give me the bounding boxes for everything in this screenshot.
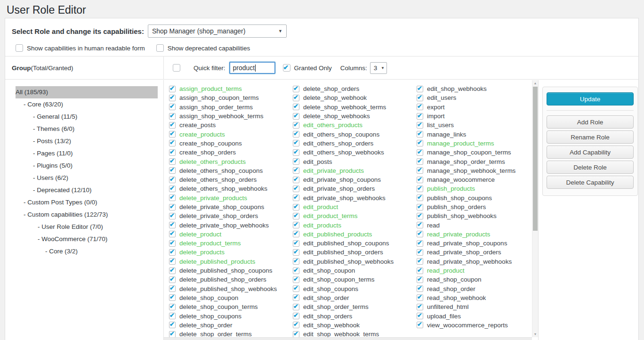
scroll-up-icon[interactable]: ▲ <box>532 81 538 85</box>
tree-item[interactable]: - Custom capabilities (122/73) <box>24 209 158 221</box>
capability-checkbox[interactable]: ✔ <box>169 104 176 110</box>
capability-checkbox[interactable]: ✔ <box>417 304 423 310</box>
role-select[interactable]: Shop Manager (shop_manager) ▼ <box>148 24 287 38</box>
capability-checkbox[interactable]: ✔ <box>169 95 176 101</box>
tree-item[interactable]: - Core (3/2) <box>45 245 158 258</box>
capability-checkbox[interactable]: ✔ <box>169 149 176 156</box>
deprecated-checkbox[interactable]: ✔ <box>156 44 164 52</box>
capability-checkbox[interactable]: ✔ <box>169 140 176 146</box>
capability-checkbox[interactable]: ✔ <box>417 294 423 301</box>
capability-checkbox[interactable]: ✔ <box>169 322 176 328</box>
delete-role-button[interactable]: Delete Role <box>547 161 634 174</box>
capability-checkbox[interactable]: ✔ <box>169 86 176 92</box>
select-all-checkbox[interactable]: ✔ <box>173 64 180 72</box>
scrollbar-thumb[interactable] <box>533 87 538 231</box>
delete-capability-button[interactable]: Delete Capability <box>547 176 634 189</box>
capability-checkbox[interactable]: ✔ <box>293 186 299 192</box>
capability-checkbox[interactable]: ✔ <box>293 104 299 110</box>
capability-checkbox[interactable]: ✔ <box>169 304 176 310</box>
capability-checkbox[interactable]: ✔ <box>417 313 423 319</box>
capability-checkbox[interactable]: ✔ <box>169 167 176 174</box>
vertical-scrollbar[interactable]: ▲ ▼ <box>532 80 538 337</box>
capability-checkbox[interactable]: ✔ <box>417 122 423 129</box>
capability-checkbox[interactable]: ✔ <box>417 249 423 256</box>
capability-checkbox[interactable]: ✔ <box>417 186 423 192</box>
tree-item[interactable]: - User Role Editor (7/0) <box>38 221 158 233</box>
capability-checkbox[interactable]: ✔ <box>417 177 423 183</box>
capability-checkbox[interactable]: ✔ <box>169 113 176 120</box>
capability-checkbox[interactable]: ✔ <box>417 322 423 328</box>
granted-only-checkbox[interactable]: ✔ <box>283 64 290 72</box>
capability-checkbox[interactable]: ✔ <box>169 122 176 129</box>
capability-checkbox[interactable]: ✔ <box>169 194 176 201</box>
capability-checkbox[interactable]: ✔ <box>293 95 299 101</box>
capability-checkbox[interactable]: ✔ <box>293 167 299 174</box>
capability-checkbox[interactable]: ✔ <box>293 140 299 146</box>
tree-item[interactable]: - Posts (13/2) <box>33 135 158 147</box>
human-readable-checkbox[interactable]: ✔ <box>16 44 23 52</box>
tree-item[interactable]: All (185/93) <box>16 86 158 98</box>
capability-checkbox[interactable]: ✔ <box>417 113 423 120</box>
columns-select[interactable]: 3 ▼ <box>370 62 387 74</box>
capability-checkbox[interactable]: ✔ <box>417 204 423 210</box>
capability-checkbox[interactable]: ✔ <box>293 231 299 237</box>
capability-checkbox[interactable]: ✔ <box>293 313 299 319</box>
capability-checkbox[interactable]: ✔ <box>417 258 423 265</box>
capability-checkbox[interactable]: ✔ <box>169 240 176 247</box>
quick-filter-input[interactable]: product <box>229 62 275 74</box>
capability-checkbox[interactable]: ✔ <box>417 167 423 174</box>
capability-checkbox[interactable]: ✔ <box>169 331 176 338</box>
tree-item[interactable]: - General (11/5) <box>33 111 158 123</box>
capability-checkbox[interactable]: ✔ <box>169 177 176 183</box>
capability-checkbox[interactable]: ✔ <box>293 86 299 92</box>
capability-checkbox[interactable]: ✔ <box>293 122 299 129</box>
capability-checkbox[interactable]: ✔ <box>293 113 299 120</box>
capability-checkbox[interactable]: ✔ <box>293 249 299 256</box>
capability-checkbox[interactable]: ✔ <box>169 313 176 319</box>
capability-checkbox[interactable]: ✔ <box>293 131 299 138</box>
capability-checkbox[interactable]: ✔ <box>293 285 299 292</box>
capability-checkbox[interactable]: ✔ <box>169 267 176 274</box>
update-button[interactable]: Update <box>547 92 634 105</box>
rename-role-button[interactable]: Rename Role <box>547 130 634 144</box>
capability-checkbox[interactable]: ✔ <box>293 322 299 328</box>
capability-checkbox[interactable]: ✔ <box>293 213 299 219</box>
capability-checkbox[interactable]: ✔ <box>169 204 176 210</box>
capability-checkbox[interactable]: ✔ <box>293 240 299 247</box>
capability-checkbox[interactable]: ✔ <box>293 158 299 165</box>
capability-checkbox[interactable]: ✔ <box>417 104 423 110</box>
capability-checkbox[interactable]: ✔ <box>417 131 423 138</box>
capability-checkbox[interactable]: ✔ <box>417 194 423 201</box>
tree-item[interactable]: - Pages (11/0) <box>33 147 158 160</box>
capability-checkbox[interactable]: ✔ <box>417 158 423 165</box>
capability-checkbox[interactable]: ✔ <box>417 149 423 156</box>
capability-checkbox[interactable]: ✔ <box>169 213 176 219</box>
capability-checkbox[interactable]: ✔ <box>417 95 423 101</box>
add-role-button[interactable]: Add Role <box>547 115 634 129</box>
capability-checkbox[interactable]: ✔ <box>293 331 299 338</box>
capability-checkbox[interactable]: ✔ <box>169 285 176 292</box>
capability-checkbox[interactable]: ✔ <box>169 276 176 283</box>
capability-checkbox[interactable]: ✔ <box>169 249 176 256</box>
capability-checkbox[interactable]: ✔ <box>169 131 176 138</box>
tree-item[interactable]: - Users (6/2) <box>33 172 158 184</box>
capability-checkbox[interactable]: ✔ <box>293 276 299 283</box>
capability-checkbox[interactable]: ✔ <box>417 276 423 283</box>
tree-item[interactable]: - Plugins (5/0) <box>33 160 158 172</box>
capability-checkbox[interactable]: ✔ <box>293 149 299 156</box>
capability-checkbox[interactable]: ✔ <box>169 231 176 237</box>
capability-checkbox[interactable]: ✔ <box>417 231 423 237</box>
scroll-down-icon[interactable]: ▼ <box>532 332 538 336</box>
capability-checkbox[interactable]: ✔ <box>293 222 299 228</box>
horizontal-scrollbar[interactable] <box>164 337 532 340</box>
tree-item[interactable]: - Custom Post Types (0/0) <box>24 196 158 209</box>
capability-checkbox[interactable]: ✔ <box>169 258 176 265</box>
capability-checkbox[interactable]: ✔ <box>293 294 299 301</box>
capability-checkbox[interactable]: ✔ <box>169 186 176 192</box>
capability-checkbox[interactable]: ✔ <box>417 285 423 292</box>
capability-checkbox[interactable]: ✔ <box>417 140 423 146</box>
add-capability-button[interactable]: Add Capability <box>547 146 634 159</box>
capability-checkbox[interactable]: ✔ <box>417 213 423 219</box>
capability-checkbox[interactable]: ✔ <box>293 258 299 265</box>
capability-checkbox[interactable]: ✔ <box>417 86 423 92</box>
